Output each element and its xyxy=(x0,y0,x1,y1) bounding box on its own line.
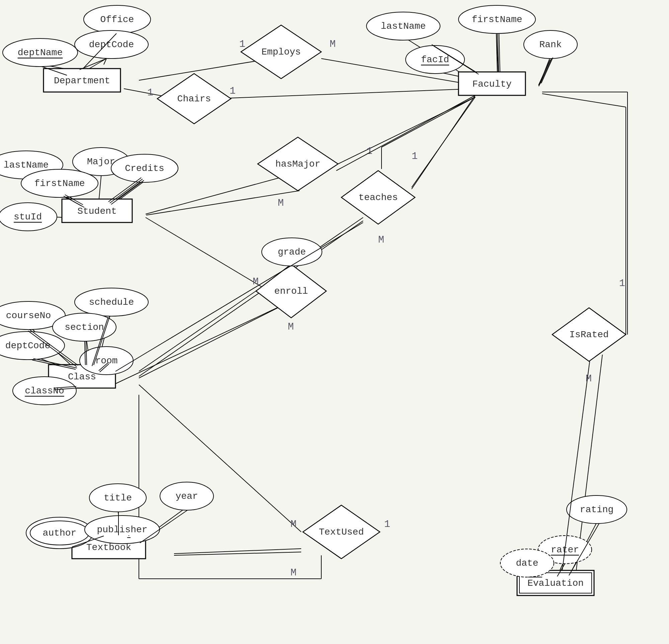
major-label: Major xyxy=(87,157,115,167)
author-label: author xyxy=(43,528,77,538)
rating-label: rating xyxy=(580,504,614,515)
lastname-fac-label: lastName xyxy=(381,21,426,31)
card-textused-m-cls: M xyxy=(290,518,297,530)
courseno-label: courseNo xyxy=(6,311,51,321)
svg-line-42 xyxy=(542,94,626,107)
svg-line-30 xyxy=(139,385,301,532)
year-label: year xyxy=(175,491,198,501)
stuid-label: stuId xyxy=(14,212,42,222)
rank-label: Rank xyxy=(539,40,561,50)
class-label: Class xyxy=(68,372,96,382)
svg-line-52 xyxy=(80,59,106,70)
publisher-label: publisher xyxy=(97,525,147,535)
svg-line-95 xyxy=(115,308,277,384)
faculty-label: Faculty xyxy=(472,79,512,89)
card-textused-m-btm: M xyxy=(290,567,297,578)
card-employs-m: M xyxy=(330,39,336,50)
firstname-stu-label: firstName xyxy=(34,178,85,189)
svg-line-11 xyxy=(338,97,475,164)
card-teaches-1: 1 xyxy=(412,151,418,162)
facid-label: facId xyxy=(421,55,449,65)
svg-line-49 xyxy=(139,217,363,371)
card-employs-1: 1 xyxy=(239,39,245,50)
svg-line-94 xyxy=(146,191,300,215)
svg-line-63 xyxy=(499,33,500,72)
evaluation-label: Evaluation xyxy=(527,578,584,588)
er-diagram: Employs Chairs hasMajor teaches enroll T… xyxy=(0,0,669,644)
section-label: section xyxy=(65,322,104,332)
firstname-fac-label: firstName xyxy=(472,14,522,25)
hasmajor-label: hasMajor xyxy=(275,159,320,169)
card-chairs-1-dept: 1 xyxy=(147,87,153,98)
svg-line-66 xyxy=(541,58,553,83)
svg-line-93 xyxy=(336,95,475,171)
card-enroll-m-cls: M xyxy=(288,321,294,332)
card-chairs-1-fac: 1 xyxy=(230,85,236,97)
date-label: date xyxy=(516,558,538,568)
svg-line-20 xyxy=(146,177,281,214)
card-teaches-m: M xyxy=(378,234,384,246)
lastname-stu-label: lastName xyxy=(4,160,48,170)
israted-label: IsRated xyxy=(569,330,609,340)
svg-line-65 xyxy=(540,59,552,84)
card-israted-1: 1 xyxy=(619,278,625,289)
svg-line-92 xyxy=(115,223,363,371)
enroll-label: enroll xyxy=(274,286,308,297)
chairs-label: Chairs xyxy=(177,94,211,104)
svg-line-28 xyxy=(139,308,278,378)
credits-label: Credits xyxy=(125,163,164,174)
classno-label: classNo xyxy=(25,386,64,396)
card-textused-1: 1 xyxy=(384,518,390,530)
office-label: Office xyxy=(100,14,134,25)
department-label: Department xyxy=(54,76,110,86)
grade-label: grade xyxy=(278,247,306,257)
deptname-label: deptName xyxy=(18,47,62,58)
deptcode-dept-label: deptCode xyxy=(89,40,134,50)
teaches-label: teaches xyxy=(358,192,398,203)
employs-label: Employs xyxy=(261,47,301,57)
svg-line-29 xyxy=(139,221,363,376)
svg-line-6 xyxy=(214,89,475,99)
svg-line-67 xyxy=(539,59,550,85)
student-label: Student xyxy=(77,206,117,216)
card-hasmajor-m: M xyxy=(278,197,284,209)
title-label: title xyxy=(104,493,132,503)
textused-label: TextUsed xyxy=(319,527,364,537)
svg-line-19 xyxy=(99,173,101,202)
svg-line-91 xyxy=(412,95,475,189)
svg-line-58 xyxy=(109,178,141,202)
svg-line-37 xyxy=(174,552,301,555)
svg-line-48 xyxy=(382,97,475,147)
schedule-label: schedule xyxy=(89,297,134,307)
svg-line-36 xyxy=(174,549,301,554)
